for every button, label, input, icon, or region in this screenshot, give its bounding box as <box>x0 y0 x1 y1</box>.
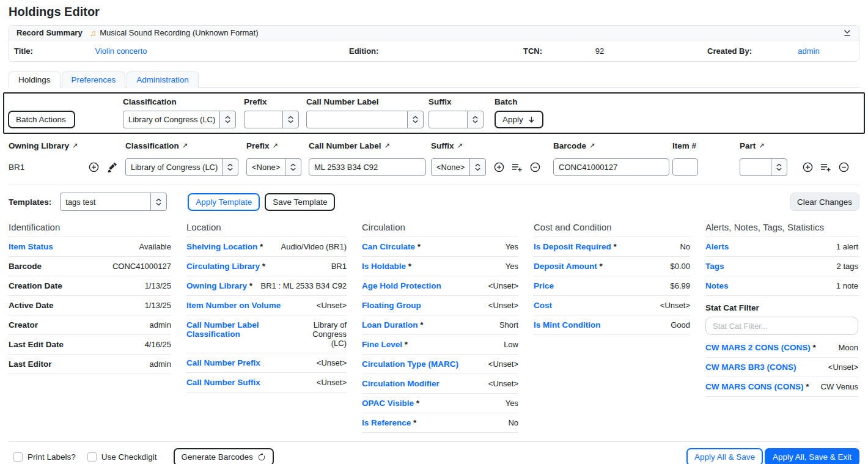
ne-arrow-icon[interactable]: ↗ <box>589 142 595 150</box>
field-label-link[interactable]: Loan Duration * <box>362 320 424 330</box>
field-label-link[interactable]: OPAC Visible * <box>362 399 419 408</box>
field-label-link[interactable]: Circulation Type (MARC) <box>362 359 458 369</box>
batch-classification-select[interactable]: Library of Congress (LC) <box>123 111 236 128</box>
suffix-select[interactable]: <None> <box>431 158 486 176</box>
field-label-link[interactable]: Shelving Location * <box>186 242 263 251</box>
field-label-link[interactable]: Call Number Prefix <box>186 358 260 367</box>
field-label-link[interactable]: Call Number Label Classification <box>186 320 307 339</box>
field-label: Last Editor <box>9 359 52 369</box>
chevron-expand-icon[interactable] <box>771 158 787 176</box>
templates-bar: Templates: tags test Apply Template Save… <box>9 193 859 211</box>
batch-prefix-input[interactable] <box>244 111 283 128</box>
chevron-expand-icon[interactable] <box>467 111 484 128</box>
add-part-button[interactable] <box>803 162 813 172</box>
created-by-value-link[interactable]: admin <box>763 46 854 56</box>
add-many-items-button[interactable] <box>512 163 523 172</box>
batch-apply-button[interactable]: Apply <box>495 111 543 128</box>
pane-cost-and-condition: Cost and ConditionIs Deposit Required *N… <box>534 219 690 335</box>
field-label-link[interactable]: Is Reference * <box>362 418 416 427</box>
chevron-expand-icon[interactable] <box>282 111 299 128</box>
clear-changes-button[interactable]: Clear Changes <box>790 193 859 211</box>
field-label-link[interactable]: Fine Level * <box>362 340 408 349</box>
apply-all-save-button[interactable]: Apply All & Save <box>686 448 763 464</box>
pane-title: Alerts, Notes, Tags, Statistics <box>705 219 858 237</box>
stat-cat-filter-input[interactable] <box>705 317 858 335</box>
chevron-expand-icon[interactable] <box>150 193 167 211</box>
use-checkdigit-checkbox[interactable] <box>87 452 97 462</box>
apply-all-save-exit-button[interactable]: Apply All, Save & Exit <box>765 448 859 464</box>
batch-prefix-label: Prefix <box>244 97 299 106</box>
title-value-link[interactable]: Violin concerto <box>51 46 191 56</box>
add-many-parts-button[interactable] <box>820 163 831 172</box>
field-label-link[interactable]: Floating Group <box>362 301 421 310</box>
remove-item-button[interactable] <box>530 162 540 172</box>
field-label-link[interactable]: Owning Library * <box>186 281 252 290</box>
use-checkdigit-checkbox-group[interactable]: Use Checkdigit <box>87 452 157 462</box>
item-number-input[interactable] <box>672 158 698 176</box>
field-label-link[interactable]: Item Status <box>9 242 53 251</box>
field-label-link[interactable]: Call Number Suffix <box>186 378 260 387</box>
header-classification: Classification↗ <box>125 141 246 150</box>
chevron-expand-icon[interactable] <box>222 158 238 176</box>
tab-holdings[interactable]: Holdings <box>9 72 61 88</box>
field-label-link[interactable]: Item Number on Volume <box>186 301 281 310</box>
part-select[interactable] <box>740 158 787 176</box>
batch-actions-button[interactable]: Batch Actions <box>8 111 75 128</box>
add-item-button[interactable] <box>494 162 504 172</box>
template-select[interactable]: tags test <box>60 193 167 211</box>
field-label-link[interactable]: CW MARS CONS (CONS) * <box>705 382 809 391</box>
field-label-link[interactable]: Alerts <box>705 242 729 251</box>
field-label-link[interactable]: Deposit Amount * <box>534 262 603 271</box>
chevron-expand-icon[interactable] <box>469 158 486 176</box>
ne-arrow-icon[interactable]: ↗ <box>72 142 78 150</box>
chevron-expand-icon[interactable] <box>219 111 236 128</box>
barcode-input[interactable] <box>553 158 669 176</box>
generate-barcodes-button[interactable]: Generate Barcodes <box>174 448 274 464</box>
batch-suffix-input[interactable] <box>428 111 468 128</box>
chevron-expand-icon[interactable] <box>407 111 424 128</box>
call-number-input[interactable] <box>309 158 426 176</box>
field-label-link[interactable]: Is Mint Condition <box>534 320 600 330</box>
print-labels-checkbox-group[interactable]: Print Labels? <box>13 452 76 462</box>
prefix-select[interactable]: <None> <box>246 158 301 176</box>
field-label-link[interactable]: Price <box>534 281 554 290</box>
field-label-link[interactable]: CW MARS BR3 (CONS) <box>705 363 796 372</box>
field-row: OPAC Visible *Yes <box>362 394 518 413</box>
holdings-editor-page: Holdings Editor Record Summary ♫ Musical… <box>0 0 868 464</box>
field-label-link[interactable]: Tags <box>705 262 724 271</box>
batch-call-number-input[interactable] <box>306 111 408 128</box>
field-value: <Unset> <box>444 379 518 388</box>
tab-preferences[interactable]: Preferences <box>62 72 126 88</box>
edit-call-number-button[interactable] <box>107 163 117 172</box>
save-template-button[interactable]: Save Template <box>265 193 335 211</box>
field-label-link[interactable]: Circulating Library * <box>186 262 265 271</box>
add-call-number-button[interactable] <box>89 162 99 172</box>
ne-arrow-icon[interactable]: ↗ <box>273 142 278 150</box>
ne-arrow-icon[interactable]: ↗ <box>457 142 463 150</box>
field-label-link[interactable]: Is Holdable * <box>362 262 411 271</box>
field-label-link[interactable]: Can Circulate * <box>362 242 421 251</box>
field-label-link[interactable]: Notes <box>705 281 729 290</box>
required-asterisk: * <box>414 399 419 408</box>
ne-arrow-icon[interactable]: ↗ <box>182 142 188 150</box>
tab-administration[interactable]: Administration <box>127 72 199 88</box>
print-labels-checkbox[interactable] <box>13 452 23 462</box>
remove-part-button[interactable] <box>839 162 849 172</box>
field-label-link[interactable]: Is Deposit Required * <box>534 242 617 251</box>
batch-call-number-select[interactable] <box>306 111 424 128</box>
ne-arrow-icon[interactable]: ↗ <box>384 142 390 150</box>
batch-prefix-select[interactable] <box>244 111 299 128</box>
field-label-link[interactable]: Cost <box>534 301 552 310</box>
chevron-expand-icon[interactable] <box>285 158 301 176</box>
field-row: Cost<Unset> <box>534 296 690 315</box>
batch-suffix-select[interactable] <box>428 111 484 128</box>
collapse-summary-button[interactable] <box>843 29 851 37</box>
ne-arrow-icon[interactable]: ↗ <box>759 142 764 150</box>
field-value: <Unset> <box>557 301 690 310</box>
apply-template-button[interactable]: Apply Template <box>188 193 260 211</box>
field-label-link[interactable]: CW MARS 2 CONS (CONS) * <box>705 343 816 352</box>
field-row: Can Circulate *Yes <box>362 237 518 257</box>
field-label-link[interactable]: Circulation Modifier <box>362 379 440 388</box>
field-label-link[interactable]: Age Hold Protection <box>362 281 441 290</box>
classification-select[interactable]: Library of Congress (LC) <box>125 158 238 176</box>
